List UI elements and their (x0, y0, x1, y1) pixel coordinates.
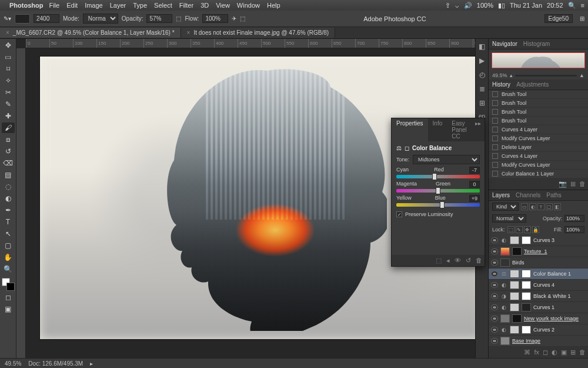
tab-layers[interactable]: Layers (492, 192, 510, 198)
adjustment-icon[interactable]: ◐ (552, 349, 557, 356)
spotlight-icon[interactable]: 🔍 (568, 2, 576, 9)
tab-adjustments[interactable]: Adjustments (516, 81, 549, 88)
panel-icon[interactable]: ◧ (479, 42, 485, 51)
fill-field[interactable] (564, 226, 584, 233)
close-icon[interactable]: × (187, 29, 191, 36)
preserve-luminosity-check[interactable]: ✓Preserve Luminosity (396, 211, 480, 217)
history-item[interactable]: Brush Tool (489, 99, 588, 108)
battery-icon[interactable]: ▮▯ (498, 2, 505, 9)
link-icon[interactable]: ⌘ (524, 349, 530, 356)
slider-value[interactable]: +9 (469, 195, 480, 202)
group-icon[interactable]: ▣ (561, 349, 567, 356)
healing-brush-tool[interactable]: ✚ (2, 111, 15, 121)
menu-view[interactable]: View (216, 2, 230, 9)
trash-icon[interactable]: 🗑 (476, 257, 482, 264)
tone-select[interactable]: Midtones (413, 155, 480, 164)
collapse-icon[interactable]: ▸▸ (472, 118, 485, 141)
layer-row[interactable]: ◐Curves 2 (489, 324, 588, 336)
opacity-field[interactable] (146, 14, 172, 23)
menu-select[interactable]: Select (154, 2, 172, 9)
panel-icon[interactable]: ▶ (479, 57, 485, 65)
history-item[interactable]: Curves 4 Layer (489, 125, 588, 134)
wifi-icon[interactable]: ⌵ (455, 2, 459, 9)
eyedropper-tool[interactable]: ✎ (2, 99, 15, 110)
menu-edit[interactable]: Edit (66, 2, 78, 9)
visibility-icon[interactable] (491, 248, 498, 254)
visibility-icon[interactable] (491, 304, 498, 310)
mask-icon[interactable]: ◻ (405, 145, 409, 151)
hand-tool[interactable]: ✋ (2, 252, 15, 263)
history-item[interactable]: Color Balance 1 Layer (489, 170, 588, 178)
cyan-red-slider[interactable] (396, 175, 480, 178)
search-icon[interactable]: ⊞ (580, 15, 584, 22)
menu-image[interactable]: Image (85, 2, 103, 9)
tab-history[interactable]: History (492, 81, 510, 88)
zoom-slider[interactable] (515, 75, 577, 77)
history-item[interactable]: Brush Tool (489, 117, 588, 125)
brush-preview[interactable] (15, 14, 30, 24)
ruler-horizontal[interactable]: 0501001502002503003504004505005506006507… (26, 39, 475, 48)
panel-icon[interactable]: ≣ (479, 85, 485, 93)
visibility-icon[interactable] (491, 338, 498, 344)
tab-navigator[interactable]: Navigator (492, 41, 517, 47)
menu-filter[interactable]: Filter (179, 2, 193, 9)
history-item[interactable]: Delete Layer (489, 143, 588, 152)
menu-file[interactable]: File (49, 2, 59, 9)
zoom-out-icon[interactable]: ▴ (510, 72, 513, 78)
navigator-zoom[interactable]: 49.5% (492, 72, 507, 78)
layer-row[interactable]: ◑Black & White 1 (489, 291, 588, 302)
zoom-in-icon[interactable]: ▲ (579, 72, 584, 78)
visibility-icon[interactable] (491, 293, 498, 299)
eraser-tool[interactable]: ⌫ (2, 158, 15, 168)
move-tool[interactable]: ✥ (2, 40, 15, 51)
volume-icon[interactable]: 🔊 (464, 2, 472, 9)
layer-filter-icons[interactable]: ▭◐T▢◧ (521, 203, 561, 210)
clip-icon[interactable]: ⬚ (436, 257, 442, 264)
trash-icon[interactable]: 🗑 (579, 349, 586, 356)
path-select-tool[interactable]: ↖ (2, 228, 15, 239)
history-item[interactable]: Brush Tool (489, 108, 588, 117)
layers-list[interactable]: ◐Curves 3 Texture_1 Birds ⚖Color Balance… (489, 235, 588, 347)
marquee-tool[interactable]: ▭ (2, 52, 15, 62)
visibility-icon[interactable] (491, 316, 498, 321)
layer-filter-kind[interactable]: Kind (492, 203, 519, 211)
tab-channels[interactable]: Channels (516, 192, 540, 198)
quick-mask-icon[interactable]: ◻ (2, 292, 15, 303)
airbrush-icon[interactable]: ✈ (232, 15, 236, 22)
menu-window[interactable]: Window (237, 2, 260, 9)
mask-icon[interactable]: ◻ (543, 349, 548, 356)
menu-3d[interactable]: 3D (201, 2, 209, 9)
layer-row[interactable]: ◐Curves 3 (489, 235, 588, 246)
panel-icon[interactable]: ◴ (479, 71, 485, 79)
layer-row[interactable]: ⚖Color Balance 1 (489, 268, 588, 280)
mode-select[interactable]: Normal (83, 14, 118, 24)
doc-info[interactable]: Doc: 126.6M/495.3M (28, 360, 83, 367)
trash-icon[interactable]: 🗑 (579, 180, 586, 188)
dropbox-icon[interactable]: ⇪ (445, 2, 450, 9)
fg-bg-colors[interactable] (2, 278, 15, 291)
pen-tool[interactable]: ✒ (2, 205, 15, 216)
zoom-tool[interactable]: 🔍 (2, 264, 15, 274)
properties-panel[interactable]: Properties Info Easy Panel CC ▸▸ ⚖◻Color… (391, 118, 485, 267)
chevron-right-icon[interactable]: ▸ (90, 360, 93, 367)
layer-row[interactable]: New yourk stock image (489, 313, 588, 324)
menu-icon[interactable]: ≡ (581, 2, 584, 9)
slider-value[interactable]: 0 (469, 181, 480, 188)
app-name[interactable]: Photoshop (9, 2, 43, 9)
history-item[interactable]: Modify Curves Layer (489, 161, 588, 170)
magenta-green-slider[interactable] (396, 189, 480, 193)
workspace-switcher[interactable]: Edge50 (544, 14, 573, 23)
layer-opacity-field[interactable] (564, 215, 584, 222)
menu-help[interactable]: Help (267, 2, 280, 9)
tab-histogram[interactable]: Histogram (523, 41, 550, 47)
pressure-opacity-icon[interactable]: ⬚ (176, 15, 181, 22)
visibility-icon[interactable] (491, 237, 498, 243)
fx-icon[interactable]: fx (534, 349, 539, 356)
tab-info[interactable]: Info (428, 118, 447, 141)
brush-size-field[interactable] (34, 14, 59, 23)
gradient-tool[interactable]: ▤ (2, 170, 15, 180)
new-layer-icon[interactable]: ⊞ (570, 349, 576, 356)
tool-preset-icon[interactable]: ✎▾ (4, 15, 11, 22)
history-item[interactable]: Modify Curves Layer (489, 134, 588, 143)
doc-tab-2[interactable]: ×It does not exist Finale image.jpg @ 47… (181, 28, 336, 38)
